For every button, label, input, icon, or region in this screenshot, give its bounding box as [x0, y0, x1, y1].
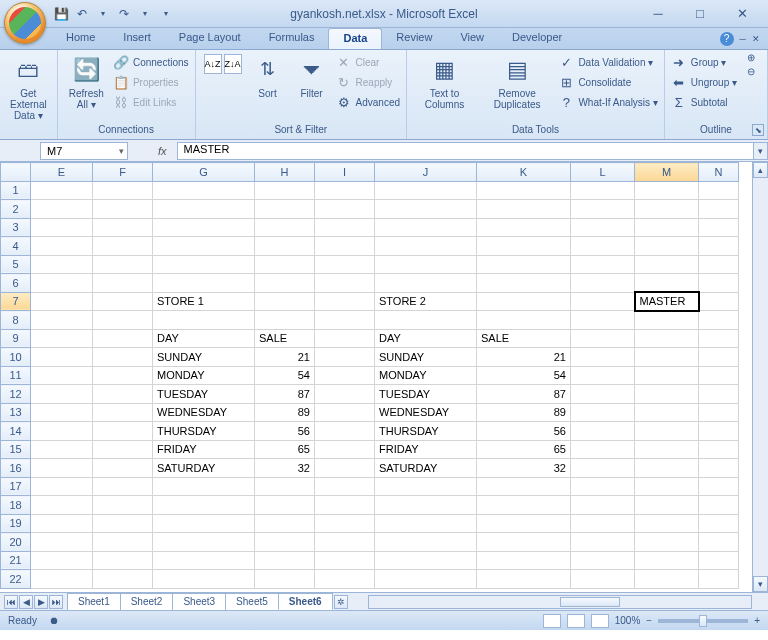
cell-H17[interactable] — [255, 477, 315, 496]
cell-I6[interactable] — [315, 274, 375, 293]
zoom-thumb[interactable] — [699, 615, 707, 627]
refresh-all-button[interactable]: 🔄Refresh All ▾ — [64, 52, 109, 112]
cell-E1[interactable] — [31, 181, 93, 200]
cell-G2[interactable] — [153, 200, 255, 219]
spreadsheet-grid[interactable]: EFGHIJKLMN1234567STORE 1STORE 2MASTER89D… — [0, 162, 739, 589]
row-header-18[interactable]: 18 — [1, 496, 31, 515]
cell-I5[interactable] — [315, 255, 375, 274]
cell-I16[interactable] — [315, 459, 375, 478]
cell-L9[interactable] — [571, 329, 635, 348]
tab-developer[interactable]: Developer — [498, 28, 576, 49]
cell-F4[interactable] — [93, 237, 153, 256]
cell-M22[interactable] — [635, 570, 699, 589]
cell-J1[interactable] — [375, 181, 477, 200]
cell-L17[interactable] — [571, 477, 635, 496]
cell-M12[interactable] — [635, 385, 699, 404]
cell-J4[interactable] — [375, 237, 477, 256]
text-to-columns-button[interactable]: ▦Text to Columns — [413, 52, 476, 112]
cell-M2[interactable] — [635, 200, 699, 219]
cell-G22[interactable] — [153, 570, 255, 589]
cell-F15[interactable] — [93, 440, 153, 459]
cell-E18[interactable] — [31, 496, 93, 515]
cell-N1[interactable] — [699, 181, 739, 200]
cell-J6[interactable] — [375, 274, 477, 293]
cell-I1[interactable] — [315, 181, 375, 200]
maximize-button[interactable]: □ — [692, 6, 708, 22]
cell-I18[interactable] — [315, 496, 375, 515]
cell-J16[interactable]: SATURDAY — [375, 459, 477, 478]
cell-L1[interactable] — [571, 181, 635, 200]
office-button[interactable] — [4, 2, 46, 44]
cell-M5[interactable] — [635, 255, 699, 274]
column-header-H[interactable]: H — [255, 163, 315, 182]
close-workbook-button[interactable]: ✕ — [752, 34, 760, 44]
help-icon[interactable]: ? — [720, 32, 734, 46]
scroll-down-button[interactable]: ▾ — [753, 576, 768, 592]
zoom-in-button[interactable]: + — [754, 615, 760, 626]
cell-H3[interactable] — [255, 218, 315, 237]
zoom-slider[interactable] — [658, 619, 748, 623]
cell-J11[interactable]: MONDAY — [375, 366, 477, 385]
cell-L4[interactable] — [571, 237, 635, 256]
cell-N15[interactable] — [699, 440, 739, 459]
cell-H13[interactable]: 89 — [255, 403, 315, 422]
cell-I12[interactable] — [315, 385, 375, 404]
cell-G3[interactable] — [153, 218, 255, 237]
cell-K22[interactable] — [477, 570, 571, 589]
row-header-3[interactable]: 3 — [1, 218, 31, 237]
consolidate-button[interactable]: ⊞Consolidate — [558, 72, 657, 92]
zoom-level[interactable]: 100% — [615, 615, 641, 626]
cell-I2[interactable] — [315, 200, 375, 219]
cell-H22[interactable] — [255, 570, 315, 589]
cell-K6[interactable] — [477, 274, 571, 293]
row-header-2[interactable]: 2 — [1, 200, 31, 219]
cell-E16[interactable] — [31, 459, 93, 478]
cell-K16[interactable]: 32 — [477, 459, 571, 478]
cell-L18[interactable] — [571, 496, 635, 515]
column-header-M[interactable]: M — [635, 163, 699, 182]
cell-L5[interactable] — [571, 255, 635, 274]
tab-formulas[interactable]: Formulas — [255, 28, 329, 49]
group-button[interactable]: ➜Group ▾ — [671, 52, 737, 72]
cell-K3[interactable] — [477, 218, 571, 237]
cell-I22[interactable] — [315, 570, 375, 589]
cell-K10[interactable]: 21 — [477, 348, 571, 367]
sheet-tab-sheet5[interactable]: Sheet5 — [225, 593, 279, 610]
show-detail-button[interactable]: ⊕ — [747, 52, 761, 66]
column-header-K[interactable]: K — [477, 163, 571, 182]
row-header-5[interactable]: 5 — [1, 255, 31, 274]
scroll-up-button[interactable]: ▴ — [753, 162, 768, 178]
cell-N21[interactable] — [699, 551, 739, 570]
qat-customize-icon[interactable]: ▾ — [157, 5, 175, 23]
cell-N16[interactable] — [699, 459, 739, 478]
cell-F9[interactable] — [93, 329, 153, 348]
row-header-9[interactable]: 9 — [1, 329, 31, 348]
cell-E6[interactable] — [31, 274, 93, 293]
cell-J22[interactable] — [375, 570, 477, 589]
cell-G4[interactable] — [153, 237, 255, 256]
cell-G16[interactable]: SATURDAY — [153, 459, 255, 478]
cell-K18[interactable] — [477, 496, 571, 515]
cell-F13[interactable] — [93, 403, 153, 422]
cell-E2[interactable] — [31, 200, 93, 219]
normal-view-button[interactable] — [543, 614, 561, 628]
cell-M14[interactable] — [635, 422, 699, 441]
cell-G21[interactable] — [153, 551, 255, 570]
cell-J8[interactable] — [375, 311, 477, 330]
cell-G20[interactable] — [153, 533, 255, 552]
macro-record-icon[interactable]: ⏺ — [49, 615, 59, 626]
cell-N13[interactable] — [699, 403, 739, 422]
cell-N12[interactable] — [699, 385, 739, 404]
cell-G13[interactable]: WEDNESDAY — [153, 403, 255, 422]
prev-sheet-button[interactable]: ◀ — [19, 595, 33, 609]
cell-L15[interactable] — [571, 440, 635, 459]
cell-E22[interactable] — [31, 570, 93, 589]
cell-I9[interactable] — [315, 329, 375, 348]
name-box[interactable]: M7 — [40, 142, 128, 160]
reapply-button[interactable]: ↻Reapply — [336, 72, 400, 92]
cell-L14[interactable] — [571, 422, 635, 441]
cell-M1[interactable] — [635, 181, 699, 200]
cell-I11[interactable] — [315, 366, 375, 385]
cell-E9[interactable] — [31, 329, 93, 348]
cell-J14[interactable]: THURSDAY — [375, 422, 477, 441]
